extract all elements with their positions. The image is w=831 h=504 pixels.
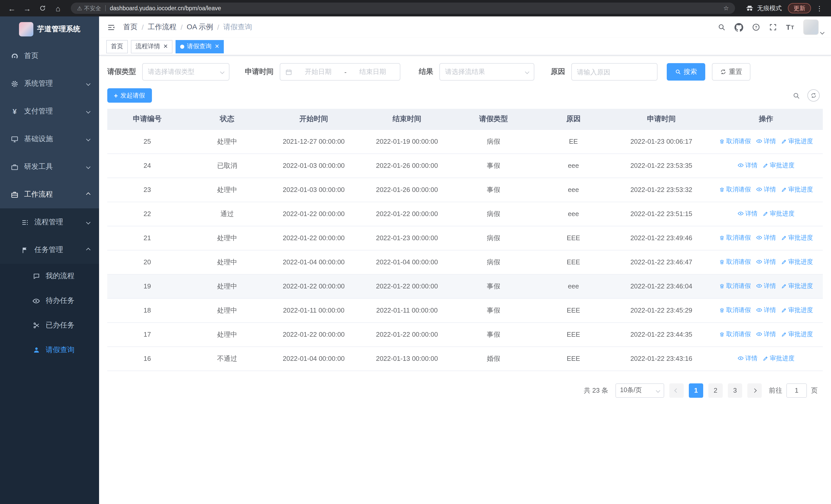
sidebar-item-process-mgmt[interactable]: 流程管理	[0, 208, 99, 236]
approval-progress-action-link[interactable]: 审批进度	[781, 258, 813, 267]
app-title: 芋道管理系统	[37, 25, 80, 34]
cell-apply-time: 2022-01-23 00:06:17	[613, 129, 709, 153]
leave-type-label: 请假类型	[107, 67, 136, 77]
tab-home[interactable]: 首页	[106, 40, 128, 53]
prev-page-button[interactable]	[669, 383, 684, 397]
detail-action-link[interactable]: 详情	[756, 137, 776, 146]
cell-end-time: 2022-01-04 00:00:00	[360, 250, 454, 274]
next-page-button[interactable]	[747, 383, 762, 397]
reset-button[interactable]: 重置	[712, 63, 750, 81]
cell-apply-time: 2022-01-22 23:49:46	[613, 226, 709, 250]
fullscreen-button[interactable]	[769, 23, 777, 31]
sidebar-item-system[interactable]: 系统管理	[0, 70, 99, 97]
detail-action-link[interactable]: 详情	[756, 258, 776, 266]
browser-reload-button[interactable]	[36, 2, 49, 15]
pagination: 共 23 条 10条/页 1 2 3 前往 页	[107, 383, 823, 397]
breadcrumb-item[interactable]: 首页	[123, 23, 138, 32]
approval-progress-action-link[interactable]: 审批进度	[763, 161, 795, 170]
goto-page-input[interactable]	[786, 383, 807, 397]
help-button[interactable]: ?	[752, 23, 761, 31]
incognito-badge[interactable]: 无痕模式	[741, 4, 786, 12]
tab-close-icon[interactable]: ✕	[163, 43, 168, 49]
sidebar-item-workflow[interactable]: 工作流程	[0, 181, 99, 208]
sidebar-item-payment[interactable]: ¥ 支付管理	[0, 97, 99, 125]
approval-progress-action-link[interactable]: 审批进度	[781, 185, 813, 194]
tab-label: 流程详情	[136, 42, 160, 51]
tab-process-detail[interactable]: 流程详情 ✕	[131, 40, 172, 53]
cancel-leave-action-link[interactable]: 取消请假	[719, 282, 751, 291]
sidebar-item-label: 任务管理	[34, 245, 63, 255]
toggle-search-button[interactable]	[793, 92, 800, 99]
cancel-leave-action-link[interactable]: 取消请假	[719, 137, 751, 146]
cancel-leave-action-link[interactable]: 取消请假	[719, 234, 751, 242]
sidebar-item-todo-tasks[interactable]: 待办任务	[0, 289, 99, 313]
detail-action-link[interactable]: 详情	[756, 282, 776, 291]
font-size-button[interactable]: TT	[786, 23, 795, 31]
search-button[interactable]: 搜索	[667, 63, 705, 81]
sidebar-item-label: 工作流程	[24, 190, 53, 199]
approval-progress-action-link[interactable]: 审批进度	[781, 330, 813, 339]
approval-progress-action-link[interactable]: 审批进度	[763, 354, 795, 363]
cancel-leave-action-link[interactable]: 取消请假	[719, 185, 751, 194]
tab-close-icon[interactable]: ✕	[214, 43, 219, 49]
breadcrumb-item[interactable]: OA 示例	[187, 23, 213, 32]
detail-action-link[interactable]: 详情	[756, 185, 776, 194]
approval-progress-action-link[interactable]: 审批进度	[781, 282, 813, 291]
sidebar-item-devtools[interactable]: 研发工具	[0, 153, 99, 181]
cancel-leave-action-link[interactable]: 取消请假	[719, 330, 751, 339]
chevron-down-icon	[86, 165, 91, 169]
apply-time-range-picker[interactable]: 开始日期 - 结束日期	[280, 63, 400, 81]
refresh-table-button[interactable]	[807, 89, 820, 101]
detail-action-link[interactable]: 详情	[738, 354, 757, 363]
browser-update-button[interactable]: 更新	[788, 3, 811, 13]
result-select[interactable]: 请选择流结果	[439, 63, 534, 81]
action-label: 审批进度	[789, 137, 813, 146]
approval-progress-action-link[interactable]: 审批进度	[781, 306, 813, 315]
sidebar-item-done-tasks[interactable]: 已办任务	[0, 313, 99, 338]
github-link-button[interactable]	[735, 23, 744, 32]
sidebar-item-infra[interactable]: 基础设施	[0, 125, 99, 153]
detail-action-link[interactable]: 详情	[738, 209, 757, 218]
reason-input[interactable]	[572, 64, 657, 80]
page-size-select[interactable]: 10条/页	[615, 383, 664, 397]
page-button-2[interactable]: 2	[708, 383, 723, 397]
detail-action-link[interactable]: 详情	[756, 234, 776, 242]
breadcrumb-item[interactable]: 工作流程	[148, 23, 177, 32]
cell-reason: EEE	[534, 250, 613, 274]
browser-forward-button[interactable]: →	[21, 2, 34, 15]
approval-progress-action-link[interactable]: 审批进度	[781, 234, 813, 242]
chevron-down-icon	[525, 70, 529, 74]
header-search-button[interactable]	[718, 23, 726, 31]
sidebar-item-my-process[interactable]: 我的流程	[0, 264, 99, 289]
tab-leave-query[interactable]: 请假查询 ✕	[175, 40, 224, 53]
user-menu[interactable]	[803, 20, 824, 35]
detail-action-link[interactable]: 详情	[756, 330, 776, 339]
url-bar[interactable]: ⚠ 不安全 dashboard.yudao.iocoder.cn/bpm/oa/…	[71, 3, 735, 14]
cell-apply-time: 2022-01-22 23:46:47	[613, 250, 709, 274]
browser-back-button[interactable]: ←	[5, 2, 19, 15]
page-button-3[interactable]: 3	[728, 383, 742, 397]
leave-query-page: 请假类型 请选择请假类型 申请时间 开始日期 - 结束日期 结果	[99, 55, 831, 504]
sidebar-collapse-button[interactable]	[99, 23, 123, 32]
leave-type-select[interactable]: 请选择请假类型	[142, 63, 229, 81]
create-leave-button[interactable]: + 发起请假	[107, 88, 152, 102]
sidebar-item-task-mgmt[interactable]: 任务管理	[0, 236, 99, 264]
cancel-leave-action-link[interactable]: 取消请假	[719, 258, 751, 267]
approval-progress-action-link[interactable]: 审批进度	[781, 137, 813, 146]
detail-action-link[interactable]: 详情	[756, 306, 776, 315]
page-button-1[interactable]: 1	[689, 383, 703, 397]
cell-reason: EEE	[534, 322, 613, 347]
cell-leave-type: 病假	[454, 226, 533, 250]
bookmark-star-icon[interactable]: ☆	[723, 5, 729, 12]
approval-progress-action-link[interactable]: 审批进度	[763, 210, 795, 218]
col-start-time: 开始时间	[267, 109, 360, 129]
sidebar-item-home[interactable]: 首页	[0, 42, 99, 70]
detail-action-link[interactable]: 详情	[738, 161, 757, 170]
app-logo[interactable]: 芋道管理系统	[0, 17, 99, 42]
eye-icon	[756, 331, 762, 337]
cell-actions: 详情审批进度	[709, 347, 823, 370]
cancel-leave-action-link[interactable]: 取消请假	[719, 306, 751, 315]
browser-menu-icon[interactable]: ⋮	[813, 4, 826, 12]
sidebar-item-leave-query[interactable]: 请假查询	[0, 338, 99, 362]
browser-home-button[interactable]: ⌂	[51, 2, 65, 15]
